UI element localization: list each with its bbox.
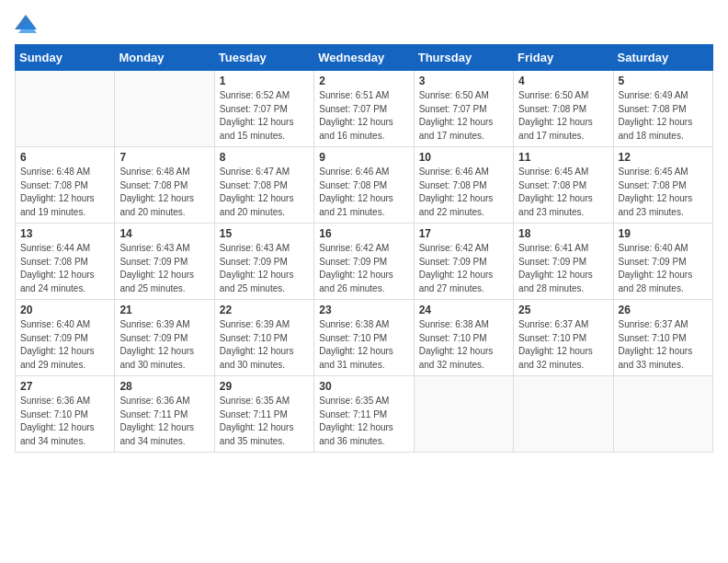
calendar-cell: 18Sunrise: 6:41 AM Sunset: 7:09 PM Dayli… bbox=[514, 224, 613, 300]
day-info: Sunrise: 6:35 AM Sunset: 7:11 PM Dayligh… bbox=[220, 395, 309, 448]
calendar-week-row: 1Sunrise: 6:52 AM Sunset: 7:07 PM Daylig… bbox=[16, 71, 713, 147]
day-number: 24 bbox=[419, 304, 508, 316]
calendar-week-row: 20Sunrise: 6:40 AM Sunset: 7:09 PM Dayli… bbox=[16, 300, 713, 376]
weekday-header-cell: Tuesday bbox=[214, 45, 313, 71]
weekday-header-cell: Saturday bbox=[613, 45, 712, 71]
calendar: SundayMondayTuesdayWednesdayThursdayFrid… bbox=[15, 44, 713, 453]
calendar-cell: 25Sunrise: 6:37 AM Sunset: 7:10 PM Dayli… bbox=[514, 300, 613, 376]
calendar-cell: 24Sunrise: 6:38 AM Sunset: 7:10 PM Dayli… bbox=[414, 300, 513, 376]
calendar-cell bbox=[414, 376, 513, 453]
weekday-header-cell: Thursday bbox=[414, 45, 513, 71]
day-number: 17 bbox=[419, 227, 508, 240]
day-info: Sunrise: 6:50 AM Sunset: 7:07 PM Dayligh… bbox=[419, 89, 508, 143]
calendar-cell: 29Sunrise: 6:35 AM Sunset: 7:11 PM Dayli… bbox=[214, 376, 313, 453]
day-info: Sunrise: 6:43 AM Sunset: 7:09 PM Dayligh… bbox=[119, 242, 209, 295]
calendar-cell: 21Sunrise: 6:39 AM Sunset: 7:09 PM Dayli… bbox=[115, 300, 214, 376]
day-info: Sunrise: 6:38 AM Sunset: 7:10 PM Dayligh… bbox=[419, 318, 508, 372]
day-number: 8 bbox=[220, 151, 309, 164]
header bbox=[15, 15, 713, 33]
logo-icon bbox=[15, 15, 37, 33]
day-info: Sunrise: 6:36 AM Sunset: 7:11 PM Dayligh… bbox=[119, 395, 209, 448]
day-info: Sunrise: 6:48 AM Sunset: 7:08 PM Dayligh… bbox=[119, 166, 209, 219]
calendar-cell: 12Sunrise: 6:45 AM Sunset: 7:08 PM Dayli… bbox=[613, 147, 712, 224]
day-number: 11 bbox=[518, 151, 608, 164]
day-info: Sunrise: 6:50 AM Sunset: 7:08 PM Dayligh… bbox=[518, 89, 608, 143]
day-info: Sunrise: 6:40 AM Sunset: 7:09 PM Dayligh… bbox=[20, 318, 109, 372]
calendar-week-row: 13Sunrise: 6:44 AM Sunset: 7:08 PM Dayli… bbox=[16, 224, 713, 300]
weekday-header-cell: Monday bbox=[115, 45, 214, 71]
calendar-cell: 22Sunrise: 6:39 AM Sunset: 7:10 PM Dayli… bbox=[214, 300, 313, 376]
calendar-body: 1Sunrise: 6:52 AM Sunset: 7:07 PM Daylig… bbox=[16, 71, 713, 453]
day-number: 19 bbox=[619, 227, 708, 240]
calendar-cell: 6Sunrise: 6:48 AM Sunset: 7:08 PM Daylig… bbox=[16, 147, 115, 224]
calendar-cell: 7Sunrise: 6:48 AM Sunset: 7:08 PM Daylig… bbox=[115, 147, 214, 224]
day-number: 22 bbox=[220, 304, 309, 316]
day-number: 16 bbox=[319, 227, 408, 240]
day-number: 1 bbox=[220, 75, 309, 87]
day-number: 4 bbox=[518, 75, 608, 87]
day-number: 25 bbox=[518, 304, 608, 316]
day-number: 10 bbox=[419, 151, 508, 164]
day-info: Sunrise: 6:37 AM Sunset: 7:10 PM Dayligh… bbox=[619, 318, 708, 372]
day-info: Sunrise: 6:46 AM Sunset: 7:08 PM Dayligh… bbox=[319, 166, 408, 219]
day-info: Sunrise: 6:48 AM Sunset: 7:08 PM Dayligh… bbox=[20, 166, 109, 219]
day-number: 6 bbox=[20, 151, 109, 164]
calendar-cell: 8Sunrise: 6:47 AM Sunset: 7:08 PM Daylig… bbox=[214, 147, 313, 224]
calendar-cell: 30Sunrise: 6:35 AM Sunset: 7:11 PM Dayli… bbox=[314, 376, 414, 453]
day-number: 18 bbox=[518, 227, 608, 240]
weekday-header-cell: Sunday bbox=[16, 45, 115, 71]
day-number: 28 bbox=[119, 380, 209, 393]
day-number: 2 bbox=[319, 75, 408, 87]
calendar-cell: 23Sunrise: 6:38 AM Sunset: 7:10 PM Dayli… bbox=[314, 300, 414, 376]
day-info: Sunrise: 6:42 AM Sunset: 7:09 PM Dayligh… bbox=[319, 242, 408, 295]
day-number: 3 bbox=[419, 75, 508, 87]
day-number: 9 bbox=[319, 151, 408, 164]
day-number: 30 bbox=[319, 380, 408, 393]
calendar-cell bbox=[115, 71, 214, 147]
day-info: Sunrise: 6:39 AM Sunset: 7:10 PM Dayligh… bbox=[220, 318, 309, 372]
calendar-cell: 4Sunrise: 6:50 AM Sunset: 7:08 PM Daylig… bbox=[514, 71, 613, 147]
day-info: Sunrise: 6:39 AM Sunset: 7:09 PM Dayligh… bbox=[119, 318, 209, 372]
day-info: Sunrise: 6:45 AM Sunset: 7:08 PM Dayligh… bbox=[619, 166, 708, 219]
day-number: 15 bbox=[220, 227, 309, 240]
day-number: 7 bbox=[119, 151, 209, 164]
calendar-week-row: 27Sunrise: 6:36 AM Sunset: 7:10 PM Dayli… bbox=[16, 376, 713, 453]
calendar-cell: 16Sunrise: 6:42 AM Sunset: 7:09 PM Dayli… bbox=[314, 224, 414, 300]
calendar-cell: 20Sunrise: 6:40 AM Sunset: 7:09 PM Dayli… bbox=[16, 300, 115, 376]
day-info: Sunrise: 6:37 AM Sunset: 7:10 PM Dayligh… bbox=[518, 318, 608, 372]
calendar-cell: 13Sunrise: 6:44 AM Sunset: 7:08 PM Dayli… bbox=[16, 224, 115, 300]
calendar-week-row: 6Sunrise: 6:48 AM Sunset: 7:08 PM Daylig… bbox=[16, 147, 713, 224]
calendar-cell bbox=[514, 376, 613, 453]
day-info: Sunrise: 6:45 AM Sunset: 7:08 PM Dayligh… bbox=[518, 166, 608, 219]
calendar-cell: 11Sunrise: 6:45 AM Sunset: 7:08 PM Dayli… bbox=[514, 147, 613, 224]
day-number: 26 bbox=[619, 304, 708, 316]
calendar-cell: 19Sunrise: 6:40 AM Sunset: 7:09 PM Dayli… bbox=[613, 224, 712, 300]
calendar-cell: 28Sunrise: 6:36 AM Sunset: 7:11 PM Dayli… bbox=[115, 376, 214, 453]
calendar-cell: 2Sunrise: 6:51 AM Sunset: 7:07 PM Daylig… bbox=[314, 71, 414, 147]
weekday-header-cell: Friday bbox=[514, 45, 613, 71]
day-number: 13 bbox=[20, 227, 109, 240]
calendar-cell: 26Sunrise: 6:37 AM Sunset: 7:10 PM Dayli… bbox=[613, 300, 712, 376]
day-info: Sunrise: 6:40 AM Sunset: 7:09 PM Dayligh… bbox=[619, 242, 708, 295]
day-number: 21 bbox=[119, 304, 209, 316]
day-number: 5 bbox=[619, 75, 708, 87]
day-number: 23 bbox=[319, 304, 408, 316]
day-info: Sunrise: 6:38 AM Sunset: 7:10 PM Dayligh… bbox=[319, 318, 408, 372]
day-info: Sunrise: 6:52 AM Sunset: 7:07 PM Dayligh… bbox=[220, 89, 309, 143]
day-info: Sunrise: 6:35 AM Sunset: 7:11 PM Dayligh… bbox=[319, 395, 408, 448]
day-number: 20 bbox=[20, 304, 109, 316]
calendar-cell: 10Sunrise: 6:46 AM Sunset: 7:08 PM Dayli… bbox=[414, 147, 513, 224]
day-info: Sunrise: 6:47 AM Sunset: 7:08 PM Dayligh… bbox=[220, 166, 309, 219]
calendar-cell: 27Sunrise: 6:36 AM Sunset: 7:10 PM Dayli… bbox=[16, 376, 115, 453]
calendar-cell: 14Sunrise: 6:43 AM Sunset: 7:09 PM Dayli… bbox=[115, 224, 214, 300]
day-info: Sunrise: 6:46 AM Sunset: 7:08 PM Dayligh… bbox=[419, 166, 508, 219]
day-info: Sunrise: 6:44 AM Sunset: 7:08 PM Dayligh… bbox=[20, 242, 109, 295]
calendar-cell bbox=[16, 71, 115, 147]
calendar-cell: 1Sunrise: 6:52 AM Sunset: 7:07 PM Daylig… bbox=[214, 71, 313, 147]
day-info: Sunrise: 6:49 AM Sunset: 7:08 PM Dayligh… bbox=[619, 89, 708, 143]
calendar-cell: 15Sunrise: 6:43 AM Sunset: 7:09 PM Dayli… bbox=[214, 224, 313, 300]
day-number: 29 bbox=[220, 380, 309, 393]
day-info: Sunrise: 6:43 AM Sunset: 7:09 PM Dayligh… bbox=[220, 242, 309, 295]
day-info: Sunrise: 6:41 AM Sunset: 7:09 PM Dayligh… bbox=[518, 242, 608, 295]
calendar-cell: 3Sunrise: 6:50 AM Sunset: 7:07 PM Daylig… bbox=[414, 71, 513, 147]
